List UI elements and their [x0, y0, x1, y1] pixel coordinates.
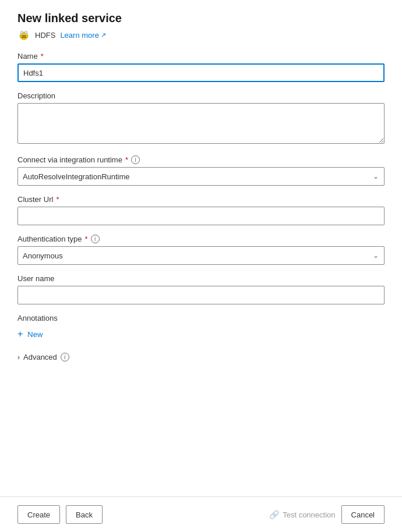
- test-connection-icon: 🔗: [269, 510, 279, 519]
- name-field-group: Name *: [17, 52, 385, 82]
- auth-type-group: Authentication type * i Anonymous ⌄: [17, 235, 385, 265]
- add-annotation-button[interactable]: + New: [17, 327, 43, 341]
- description-label: Description: [17, 91, 385, 100]
- user-name-input[interactable]: [17, 286, 385, 304]
- subtitle-row: HDFS Learn more ↗: [17, 29, 385, 41]
- cluster-url-input[interactable]: [17, 207, 385, 225]
- name-required-star: *: [41, 52, 44, 61]
- footer-left: Create Back: [17, 505, 103, 524]
- auth-type-select-wrapper: Anonymous ⌄: [17, 246, 385, 265]
- name-input[interactable]: [17, 63, 385, 82]
- annotations-section: Annotations + New: [17, 314, 385, 341]
- integration-runtime-select-wrapper: AutoResolveIntegrationRuntime ⌄: [17, 167, 385, 186]
- page-title: New linked service: [17, 12, 385, 25]
- user-name-label: User name: [17, 274, 385, 283]
- plus-icon: +: [17, 329, 23, 339]
- integration-runtime-group: Connect via integration runtime * i Auto…: [17, 155, 385, 186]
- integration-runtime-info-icon[interactable]: i: [131, 155, 140, 164]
- auth-type-info-icon[interactable]: i: [91, 235, 100, 243]
- auth-type-label: Authentication type * i: [17, 235, 385, 243]
- cluster-url-label: Cluster Url *: [17, 195, 385, 204]
- main-content: New linked service HDFS Learn more ↗: [0, 0, 402, 496]
- create-button[interactable]: Create: [17, 505, 60, 524]
- cancel-button[interactable]: Cancel: [341, 505, 385, 524]
- advanced-section[interactable]: › Advanced i: [17, 350, 385, 364]
- annotations-label: Annotations: [17, 314, 385, 322]
- integration-runtime-required-star: *: [125, 155, 128, 164]
- advanced-info-icon[interactable]: i: [61, 353, 69, 361]
- user-name-group: User name: [17, 274, 385, 304]
- description-field-group: Description: [17, 91, 385, 146]
- add-new-label: New: [27, 330, 43, 339]
- cluster-url-group: Cluster Url *: [17, 195, 385, 225]
- external-link-icon: ↗: [101, 31, 106, 39]
- integration-runtime-label: Connect via integration runtime * i: [17, 155, 385, 164]
- learn-more-link[interactable]: Learn more ↗: [60, 31, 105, 40]
- auth-type-select[interactable]: Anonymous: [17, 246, 385, 265]
- footer: Create Back 🔗 Test connection Cancel: [0, 496, 402, 532]
- cluster-url-required-star: *: [56, 195, 59, 204]
- svg-point-6: [23, 33, 26, 36]
- advanced-chevron-right-icon: ›: [17, 353, 20, 361]
- integration-runtime-select[interactable]: AutoResolveIntegrationRuntime: [17, 167, 385, 186]
- advanced-label: Advanced: [23, 353, 57, 361]
- title-section: New linked service HDFS Learn more ↗: [17, 12, 385, 41]
- hdfs-bee-icon: [17, 29, 30, 41]
- hdfs-label: HDFS: [35, 31, 55, 40]
- test-connection-button[interactable]: 🔗 Test connection: [269, 510, 335, 519]
- svg-rect-3: [22, 37, 26, 38]
- description-textarea[interactable]: [17, 103, 385, 144]
- auth-type-required-star: *: [85, 235, 88, 243]
- back-button[interactable]: Back: [66, 505, 103, 524]
- name-label: Name *: [17, 52, 385, 61]
- footer-right: 🔗 Test connection Cancel: [269, 505, 385, 524]
